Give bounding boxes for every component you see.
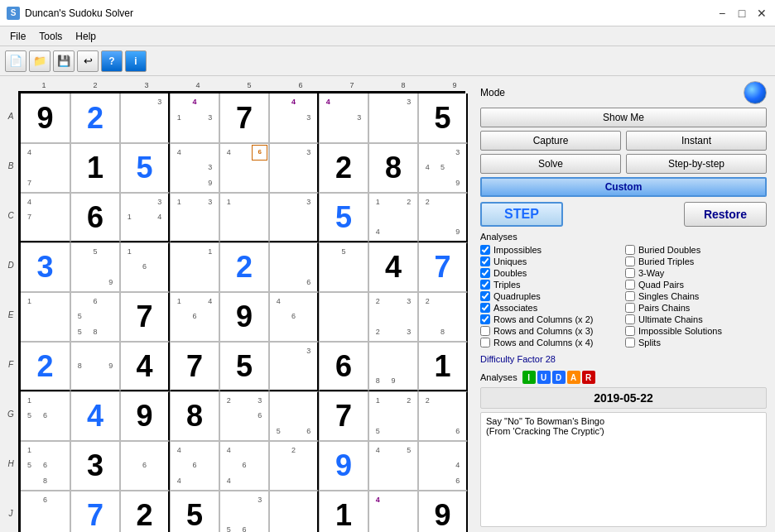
cell-r5c2[interactable]: 4: [120, 342, 170, 391]
cell-r3c8[interactable]: 7: [418, 242, 468, 292]
checkbox-doubles[interactable]: [480, 268, 490, 278]
cell-r0c6[interactable]: 43: [319, 93, 368, 143]
menu-file[interactable]: File: [3, 29, 32, 44]
cell-r6c6[interactable]: 7: [319, 391, 368, 441]
cell-r2c0[interactable]: 47: [21, 193, 70, 242]
cell-r0c4[interactable]: 7: [219, 93, 269, 143]
cell-r6c7[interactable]: 125: [368, 391, 418, 441]
minimize-button[interactable]: −: [715, 7, 729, 20]
cell-r8c0[interactable]: 6: [21, 491, 70, 532]
cell-r7c0[interactable]: 1568: [21, 441, 70, 491]
checkbox-buried-doubles[interactable]: [625, 245, 635, 255]
cell-r5c8[interactable]: 1: [418, 342, 468, 391]
checkbox-quad-pairs[interactable]: [625, 280, 635, 290]
cell-r7c8[interactable]: 46: [418, 441, 468, 491]
cell-r7c1[interactable]: 3: [70, 441, 120, 491]
checkbox-impossible-solutions[interactable]: [625, 326, 635, 336]
menu-help[interactable]: Help: [69, 29, 103, 44]
cell-r2c4[interactable]: 1: [219, 193, 269, 242]
checkbox-rows-cols-x2[interactable]: [480, 314, 490, 324]
cell-r3c4[interactable]: 2: [219, 242, 269, 292]
cell-r0c2[interactable]: 3: [120, 93, 170, 143]
cell-r0c0[interactable]: 9: [21, 93, 70, 143]
cell-r0c5[interactable]: 43: [269, 93, 319, 143]
checkbox-associates[interactable]: [480, 303, 490, 313]
cell-r8c2[interactable]: 2: [120, 491, 170, 532]
cell-r0c7[interactable]: 3: [368, 93, 418, 143]
undo-button[interactable]: ↩: [77, 50, 99, 72]
open-file-button[interactable]: 📁: [29, 50, 51, 72]
checkbox-rows-cols-x3[interactable]: [480, 326, 490, 336]
cell-r8c4[interactable]: 356: [219, 491, 269, 532]
help-button[interactable]: ?: [101, 50, 123, 72]
cell-r1c2[interactable]: 5: [120, 143, 170, 193]
cell-r8c8[interactable]: 9: [418, 491, 468, 532]
cell-r1c0[interactable]: 47: [21, 143, 70, 193]
cell-r1c1[interactable]: 1: [70, 143, 120, 193]
cell-r3c5[interactable]: 6: [269, 242, 319, 292]
cell-r7c4[interactable]: 464: [219, 441, 269, 491]
cell-r2c8[interactable]: 29: [418, 193, 468, 242]
cell-r1c6[interactable]: 2: [319, 143, 368, 193]
cell-r4c0[interactable]: 1: [21, 292, 70, 342]
cell-r4c2[interactable]: 7: [120, 292, 170, 342]
cell-r3c1[interactable]: 59: [70, 242, 120, 292]
cell-r5c6[interactable]: 6: [319, 342, 368, 391]
cell-r3c3[interactable]: 1: [170, 242, 219, 292]
step-by-step-button[interactable]: Step-by-step: [626, 154, 767, 174]
checkbox-ultimate-chains[interactable]: [625, 314, 635, 324]
checkbox-rows-cols-x4[interactable]: [480, 338, 490, 347]
cell-r4c3[interactable]: 146: [170, 292, 219, 342]
cell-r6c8[interactable]: 26: [418, 391, 468, 441]
instant-button[interactable]: Instant: [626, 131, 767, 151]
cell-r8c1[interactable]: 7: [70, 491, 120, 532]
cell-r0c8[interactable]: 5: [418, 93, 468, 143]
cell-r2c6[interactable]: 5: [319, 193, 368, 242]
checkbox-uniques[interactable]: [480, 256, 490, 266]
checkbox-impossibles[interactable]: [480, 245, 490, 255]
cell-r8c3[interactable]: 5: [170, 491, 219, 532]
cell-r1c7[interactable]: 8: [368, 143, 418, 193]
cell-r4c1[interactable]: 6558: [70, 292, 120, 342]
checkbox-splits[interactable]: [625, 338, 635, 347]
cell-r3c0[interactable]: 3: [21, 242, 70, 292]
cell-r1c3[interactable]: 439: [170, 143, 219, 193]
cell-r3c2[interactable]: 16: [120, 242, 170, 292]
cell-r5c5[interactable]: 3: [269, 342, 319, 391]
checkbox-buried-triples[interactable]: [625, 256, 635, 266]
cell-r0c1[interactable]: 2: [70, 93, 120, 143]
info-button[interactable]: i: [125, 50, 147, 72]
custom-button[interactable]: Custom: [480, 177, 767, 197]
cell-r7c7[interactable]: 45: [368, 441, 418, 491]
cell-r6c3[interactable]: 8: [170, 391, 219, 441]
checkbox-3way[interactable]: [625, 268, 635, 278]
cell-r4c8[interactable]: 28: [418, 292, 468, 342]
cell-r8c7[interactable]: 4: [368, 491, 418, 532]
maximize-button[interactable]: □: [735, 7, 749, 20]
checkbox-singles-chains[interactable]: [625, 291, 635, 301]
globe-icon[interactable]: [744, 81, 767, 104]
solve-button[interactable]: Solve: [480, 154, 621, 174]
step-button[interactable]: STEP: [480, 202, 563, 227]
new-file-button[interactable]: 📄: [5, 50, 26, 72]
save-button[interactable]: 💾: [53, 50, 75, 72]
cell-r5c0[interactable]: 2: [21, 342, 70, 391]
cell-r4c7[interactable]: 2323: [368, 292, 418, 342]
cell-r6c5[interactable]: 56: [269, 391, 319, 441]
cell-r2c5[interactable]: 3: [269, 193, 319, 242]
close-button[interactable]: ✕: [755, 7, 768, 20]
menu-tools[interactable]: Tools: [32, 29, 69, 44]
cell-r2c7[interactable]: 124: [368, 193, 418, 242]
cell-r2c3[interactable]: 13: [170, 193, 219, 242]
cell-r1c5[interactable]: 3: [269, 143, 319, 193]
cell-r2c1[interactable]: 6: [70, 193, 120, 242]
cell-r5c4[interactable]: 5: [219, 342, 269, 391]
cell-r3c7[interactable]: 4: [368, 242, 418, 292]
cell-r7c2[interactable]: 6: [120, 441, 170, 491]
cell-r7c5[interactable]: 2: [269, 441, 319, 491]
capture-button[interactable]: Capture: [480, 131, 621, 151]
cell-r1c8[interactable]: 3459: [418, 143, 468, 193]
cell-r7c6[interactable]: 9: [319, 441, 368, 491]
cell-r5c7[interactable]: 89: [368, 342, 418, 391]
cell-r6c1[interactable]: 4: [70, 391, 120, 441]
